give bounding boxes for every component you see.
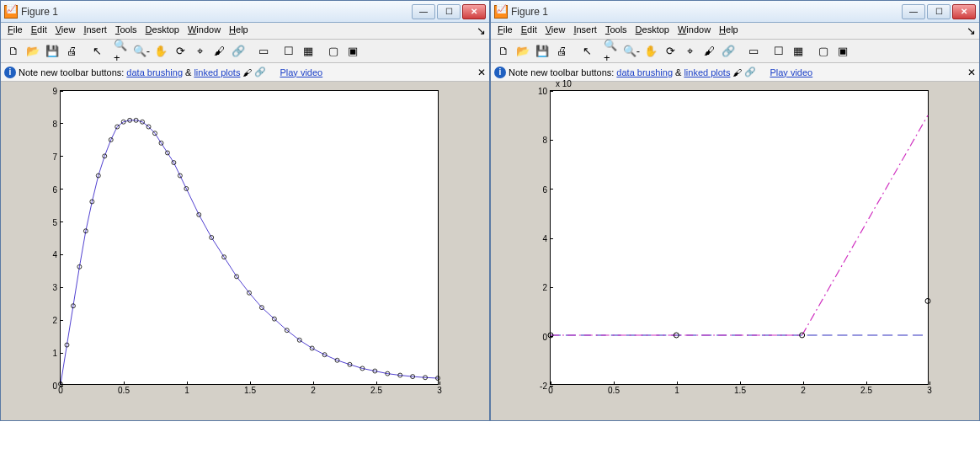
x-tick-label: 2.5	[370, 386, 382, 395]
menubar: File Edit View Insert Tools Desktop Wind…	[1, 23, 489, 40]
plot-area[interactable]: 012345678900.511.522.53	[1, 82, 489, 420]
save-icon[interactable]: 💾	[43, 42, 61, 61]
window-title: Figure 1	[21, 6, 412, 18]
zoom-in-icon[interactable]: 🔍+	[603, 42, 621, 61]
menu-view[interactable]: View	[542, 24, 569, 37]
rotate-icon[interactable]: ⟳	[171, 42, 189, 61]
minimize-button[interactable]: —	[412, 4, 435, 19]
hide-tools-icon[interactable]: ▢	[324, 42, 343, 61]
menu-help[interactable]: Help	[226, 24, 252, 37]
zoom-out-icon[interactable]: 🔍-	[132, 42, 151, 61]
link-play-video[interactable]: Play video	[280, 67, 322, 77]
brush-icon[interactable]: 🖌	[210, 42, 228, 61]
link-linked-plots[interactable]: linked plots	[194, 67, 240, 77]
y-tick-label: 5	[52, 217, 57, 227]
x-tick-label: 2.5	[860, 386, 872, 395]
y-tick-label: 8	[52, 119, 57, 128]
show-tools-icon[interactable]: ▣	[344, 42, 362, 61]
maximize-button[interactable]: ☐	[927, 4, 951, 19]
x-tick-label: 0	[548, 386, 553, 395]
colorbar-icon[interactable]: ▭	[254, 42, 273, 61]
data-cursor-icon[interactable]: ⌖	[680, 42, 699, 61]
close-info-button[interactable]: ✕	[967, 67, 976, 78]
menu-desktop[interactable]: Desktop	[142, 24, 183, 37]
legend-icon[interactable]: ☐	[280, 42, 298, 61]
colormap-icon[interactable]: ▦	[299, 42, 317, 61]
zoom-out-icon[interactable]: 🔍-	[622, 42, 641, 61]
hide-tools-icon[interactable]: ▢	[814, 42, 833, 61]
menu-desktop[interactable]: Desktop	[632, 24, 673, 37]
minimize-button[interactable]: —	[902, 4, 925, 19]
open-icon[interactable]: 📂	[514, 42, 532, 61]
menu-window[interactable]: Window	[184, 24, 224, 37]
x-tick-label: 3	[437, 386, 442, 395]
menu-view[interactable]: View	[52, 24, 79, 37]
link-icon[interactable]: 🔗	[229, 42, 248, 61]
link-data-brushing[interactable]: data brushing	[126, 67, 183, 77]
print-icon[interactable]: 🖨	[552, 42, 571, 61]
link-icon[interactable]: 🔗	[719, 42, 738, 61]
plot-area[interactable]: x 10 -2024681000.511.522.53	[491, 82, 979, 420]
new-figure-icon[interactable]: 🗋	[494, 42, 513, 61]
x-tick-label: 0.5	[118, 386, 130, 395]
pointer-icon[interactable]: ↖	[88, 42, 106, 61]
y-tick-label: 0	[542, 332, 547, 341]
menu-insert[interactable]: Insert	[570, 24, 600, 37]
y-tick-label: 4	[52, 250, 57, 259]
link-linked-plots[interactable]: linked plots	[684, 67, 730, 77]
menu-help[interactable]: Help	[716, 24, 742, 37]
y-tick-label: -2	[540, 382, 547, 391]
menubar: File Edit View Insert Tools Desktop Wind…	[491, 23, 979, 40]
menu-file[interactable]: File	[494, 24, 516, 37]
x-tick-label: 1	[184, 386, 189, 395]
close-info-button[interactable]: ✕	[477, 67, 486, 78]
colorbar-icon[interactable]: ▭	[744, 42, 763, 61]
show-tools-icon[interactable]: ▣	[834, 42, 852, 61]
link-play-video[interactable]: Play video	[770, 67, 812, 77]
menu-file[interactable]: File	[4, 24, 26, 37]
new-figure-icon[interactable]: 🗋	[4, 42, 23, 61]
pan-icon[interactable]: ✋	[642, 42, 660, 61]
x-tick-label: 1	[674, 386, 679, 395]
y-tick-label: 6	[542, 184, 547, 194]
legend-icon[interactable]: ☐	[770, 42, 788, 61]
save-icon[interactable]: 💾	[533, 42, 551, 61]
close-button[interactable]: ✕	[462, 4, 486, 19]
close-button[interactable]: ✕	[952, 4, 976, 19]
brush-icon[interactable]: 🖌	[700, 42, 718, 61]
y-tick-label: 3	[52, 283, 57, 292]
pan-icon[interactable]: ✋	[152, 42, 170, 61]
menu-tools[interactable]: Tools	[112, 24, 141, 37]
menu-tools[interactable]: Tools	[602, 24, 631, 37]
y-tick-label: 2	[542, 283, 547, 292]
rotate-icon[interactable]: ⟳	[661, 42, 679, 61]
y-tick-label: 9	[52, 87, 57, 96]
brush-mini-icon: 🖌	[732, 67, 742, 77]
app-icon	[4, 5, 18, 19]
menu-edit[interactable]: Edit	[28, 24, 51, 37]
pointer-icon[interactable]: ↖	[578, 42, 596, 61]
print-icon[interactable]: 🖨	[62, 42, 81, 61]
info-icon: i	[4, 67, 16, 78]
link-data-brushing[interactable]: data brushing	[616, 67, 673, 77]
x-tick-label: 0.5	[608, 386, 620, 395]
menu-window[interactable]: Window	[674, 24, 714, 37]
maximize-button[interactable]: ☐	[437, 4, 461, 19]
colormap-icon[interactable]: ▦	[789, 42, 807, 61]
data-cursor-icon[interactable]: ⌖	[190, 42, 209, 61]
axes[interactable]: 012345678900.511.522.53	[60, 90, 439, 385]
dock-icon[interactable]: ↘	[477, 24, 486, 37]
zoom-in-icon[interactable]: 🔍+	[113, 42, 131, 61]
toolbar: 🗋📂💾🖨↖🔍+🔍-✋⟳⌖🖌🔗▭☐▦▢▣	[491, 40, 979, 63]
titlebar[interactable]: Figure 1 — ☐ ✕	[491, 1, 979, 23]
x-tick-label: 2	[311, 386, 316, 395]
y-tick-label: 7	[52, 152, 57, 161]
menu-edit[interactable]: Edit	[518, 24, 541, 37]
menu-insert[interactable]: Insert	[80, 24, 110, 37]
axes[interactable]: x 10 -2024681000.511.522.53	[550, 90, 929, 385]
x-tick-label: 1.5	[734, 386, 746, 395]
app-icon	[494, 5, 508, 19]
dock-icon[interactable]: ↘	[967, 24, 976, 37]
open-icon[interactable]: 📂	[24, 42, 42, 61]
titlebar[interactable]: Figure 1 — ☐ ✕	[1, 1, 489, 23]
